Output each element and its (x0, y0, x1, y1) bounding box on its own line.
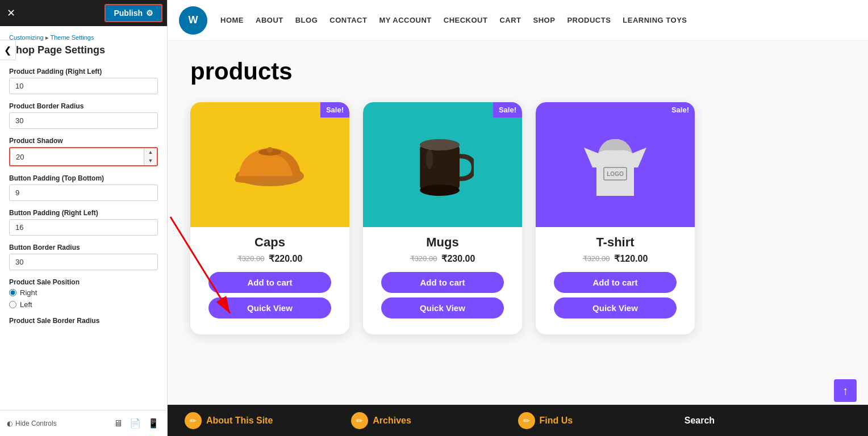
tshirt-new-price: ₹120.00 (614, 253, 648, 264)
hide-controls-label: Hide Controls (15, 420, 57, 427)
spinner-down-button[interactable]: ▼ (144, 157, 157, 165)
breadcrumb: Customizing ▸ Theme Settings (9, 34, 94, 41)
tshirt-quick-view-button[interactable]: Quick View (554, 297, 677, 318)
close-button[interactable]: ✕ (5, 5, 18, 22)
settings-form: Product Padding (Right Left) Product Bor… (0, 63, 167, 410)
button-border-radius-label: Button Border Radius (9, 244, 158, 251)
sale-position-right-radio[interactable] (9, 289, 16, 296)
nav-bar: W HOME ABOUT BLOG CONTACT MY ACCOUNT CHE… (168, 0, 868, 41)
mugs-info: Mugs ₹320.00 ₹230.00 Add to cart Quick V… (363, 227, 522, 318)
back-button[interactable]: ❮ (0, 40, 16, 60)
footer-about-icon: ✏ (185, 412, 202, 429)
svg-point-7 (420, 139, 460, 150)
theme-settings-link[interactable]: Theme Settings (50, 34, 94, 41)
footer-archives-label: Archives (373, 416, 411, 426)
breadcrumb-area: Customizing ▸ Theme Settings (0, 26, 167, 42)
desktop-view-button[interactable]: 🖥 (112, 417, 124, 430)
product-border-radius-group: Product Border Radius (9, 102, 158, 129)
footer-search-label: Search (685, 416, 715, 426)
tshirt-image-bg: LOGO (536, 102, 695, 227)
caps-info: Caps ₹320.00 ₹220.00 Add to cart Quick V… (190, 227, 349, 318)
tshirt-prices: ₹320.00 ₹120.00 (545, 253, 686, 264)
tshirt-sale-badge: Sale! (666, 102, 695, 118)
nav-my-account[interactable]: MY ACCOUNT (374, 14, 436, 27)
nav-contact[interactable]: CONTACT (325, 14, 372, 27)
nav-home[interactable]: HOME (216, 14, 248, 27)
mugs-sale-badge: Sale! (493, 102, 522, 118)
product-shadow-label: Product Shadow (9, 137, 158, 145)
nav-cart[interactable]: CART (495, 14, 525, 27)
button-padding-tb-label: Button Padding (Top Bottom) (9, 174, 158, 182)
caps-image-wrap: Sale! (190, 102, 349, 227)
button-padding-rl-label: Button Padding (Right Left) (9, 209, 158, 217)
caps-image (233, 136, 307, 193)
footer-about-label: About This Site (206, 416, 273, 426)
tshirt-add-to-cart-button[interactable]: Add to cart (554, 272, 677, 293)
button-padding-rl-input[interactable] (9, 219, 158, 236)
nav-checkout[interactable]: CHECKOUT (439, 14, 493, 27)
product-shadow-input[interactable] (10, 149, 144, 165)
caps-add-to-cart-button[interactable]: Add to cart (208, 272, 331, 293)
sale-position-right-label: Right (20, 288, 37, 297)
nav-shop[interactable]: SHOP (529, 14, 560, 27)
bottom-icons-group: 🖥 📄 📱 (112, 417, 160, 430)
product-sale-position-group: Product Sale Position Right Left (9, 278, 158, 309)
scroll-top-button[interactable]: ↑ (834, 379, 857, 402)
main-content: W HOME ABOUT BLOG CONTACT MY ACCOUNT CHE… (168, 0, 868, 436)
page-footer: ✏ About This Site ✏ Archives ✏ Find Us S… (168, 405, 868, 436)
sale-position-left-label: Left (20, 300, 32, 309)
sale-position-right-option[interactable]: Right (9, 288, 158, 297)
spinner-up-button[interactable]: ▲ (144, 148, 157, 157)
page-title: products (190, 58, 845, 85)
product-sale-position-label: Product Sale Position (9, 278, 158, 286)
caps-old-price: ₹320.00 (237, 254, 265, 263)
hide-controls-button[interactable]: ◐ Hide Controls (7, 420, 57, 427)
mugs-new-price: ₹230.00 (441, 253, 475, 264)
mobile-view-button[interactable]: 📱 (147, 417, 160, 430)
tshirt-info: T-shirt ₹320.00 ₹120.00 Add to cart Quic… (536, 227, 695, 318)
caps-sale-badge: Sale! (320, 102, 349, 118)
sidebar: ✕ Publish ⚙ ❮ Customizing ▸ Theme Settin… (0, 0, 168, 436)
mugs-name: Mugs (372, 235, 513, 250)
footer-search: Search (685, 416, 851, 426)
tshirt-name: T-shirt (545, 235, 686, 250)
nav-about[interactable]: ABOUT (251, 14, 288, 27)
product-shadow-spinners: ▲ ▼ (144, 148, 157, 165)
mugs-image-bg (363, 102, 522, 227)
footer-findus-label: Find Us (540, 416, 573, 426)
tablet-view-button[interactable]: 📄 (128, 417, 142, 430)
svg-rect-3 (420, 145, 460, 190)
product-padding-rl-input[interactable] (9, 78, 158, 94)
product-padding-rl-group: Product Padding (Right Left) (9, 68, 158, 94)
sale-position-left-radio[interactable] (9, 301, 16, 308)
sale-position-radio-group: Right Left (9, 288, 158, 309)
footer-findus-icon: ✏ (518, 412, 535, 429)
product-card-caps: Sale! Caps ₹320.00 ₹220.00 Add to cart Q… (190, 102, 349, 334)
products-grid: Sale! Caps ₹320.00 ₹220.00 Add to cart Q… (190, 102, 845, 334)
mugs-quick-view-button[interactable]: Quick View (381, 297, 504, 318)
mugs-old-price: ₹320.00 (410, 254, 437, 263)
tshirt-image-wrap: LOGO Sale! (536, 102, 695, 227)
sale-position-left-option[interactable]: Left (9, 300, 158, 309)
nav-learning-toys[interactable]: LEARNING TOYS (618, 14, 691, 27)
product-border-radius-label: Product Border Radius (9, 102, 158, 110)
product-card-tshirt: LOGO Sale! T-shirt ₹320.00 ₹120.00 Add t… (536, 102, 695, 334)
nav-products[interactable]: PRODUCTS (562, 14, 615, 27)
product-border-radius-input[interactable] (9, 112, 158, 129)
sidebar-bottom-bar: ◐ Hide Controls 🖥 📄 📱 (0, 410, 167, 436)
section-title: Shop Page Settings (0, 42, 167, 63)
hide-controls-icon: ◐ (7, 420, 12, 427)
nav-blog[interactable]: BLOG (291, 14, 323, 27)
mugs-add-to-cart-button[interactable]: Add to cart (381, 272, 504, 293)
svg-point-2 (267, 147, 273, 153)
footer-about: ✏ About This Site (185, 412, 351, 429)
product-sale-border-radius-label: Product Sale Border Radius (9, 317, 158, 325)
button-padding-tb-input[interactable] (9, 185, 158, 201)
product-sale-border-radius-group: Product Sale Border Radius (9, 317, 158, 325)
publish-label: Publish (114, 9, 143, 18)
button-border-radius-input[interactable] (9, 254, 158, 270)
caps-new-price: ₹220.00 (269, 253, 302, 264)
publish-button[interactable]: Publish ⚙ (105, 4, 162, 22)
caps-prices: ₹320.00 ₹220.00 (199, 253, 340, 264)
caps-quick-view-button[interactable]: Quick View (208, 297, 331, 318)
